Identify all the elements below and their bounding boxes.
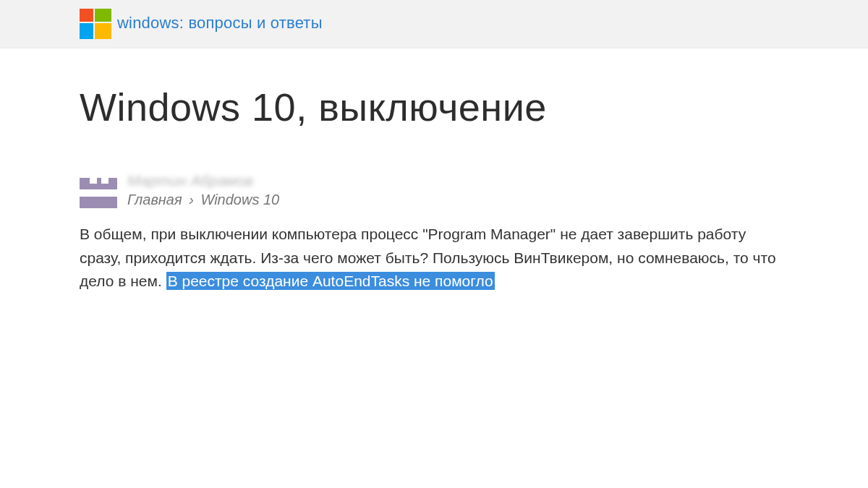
topbar-inner: windows: вопросы и ответы (80, 9, 788, 38)
avatar (80, 171, 117, 208)
author-name: Мартин Абрамов (127, 172, 279, 189)
post-body: В общем, при выключении компьютера проце… (80, 223, 788, 294)
post-meta: Мартин Абрамов Главная › Windows 10 (80, 171, 788, 210)
post-body-highlight: В реестре создание AutoEndTasks не помог… (166, 272, 495, 290)
breadcrumb-home[interactable]: Главная (127, 192, 182, 207)
meta-text: Мартин Абрамов Главная › Windows 10 (127, 171, 279, 210)
site-title-link[interactable]: windows: вопросы и ответы (117, 14, 323, 33)
windows-logo-icon (80, 9, 110, 38)
breadcrumb: Главная › Windows 10 (127, 189, 279, 210)
content: Windows 10, выключение Мартин Абрамов Гл… (80, 48, 788, 294)
breadcrumb-category[interactable]: Windows 10 (200, 192, 279, 207)
topbar: windows: вопросы и ответы (0, 0, 868, 48)
page-title: Windows 10, выключение (80, 86, 788, 129)
breadcrumb-separator: › (189, 192, 194, 207)
